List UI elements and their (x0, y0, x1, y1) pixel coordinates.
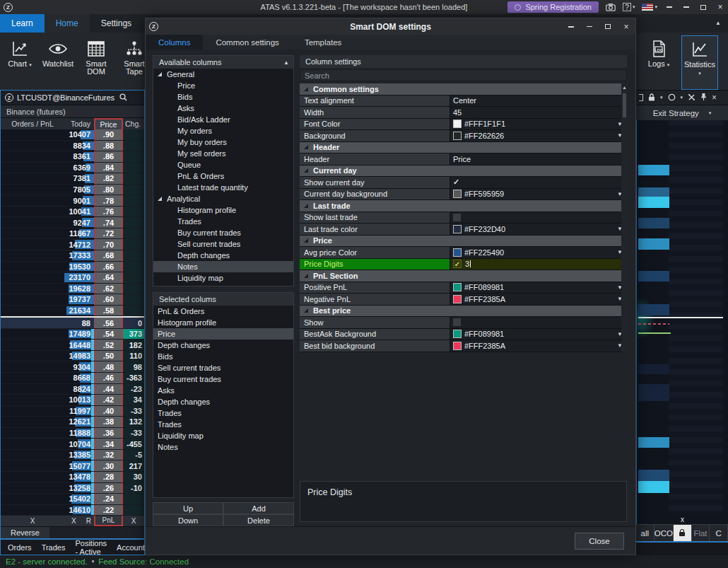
orders-cell[interactable] (1, 306, 64, 316)
today-cell[interactable]: 11997 (64, 406, 94, 417)
orders-cell[interactable] (1, 439, 64, 449)
price-cell[interactable]: .62 (94, 284, 123, 294)
setting-value[interactable]: ✓ ✓ #FF089981 ▼ ▲▼ (450, 329, 627, 340)
today-cell[interactable]: 17489 (64, 329, 94, 340)
chg-cell[interactable] (123, 207, 144, 217)
chg-cell[interactable] (123, 272, 144, 283)
bottom-tab[interactable]: Orders (4, 543, 36, 552)
chevron-down-icon[interactable]: ▾ (92, 559, 95, 564)
dom-row[interactable]: 8824 .44 -23 (1, 384, 144, 395)
dialog-maximize-button[interactable] (603, 22, 613, 32)
dom-row[interactable]: 15077 .30 217 (1, 460, 144, 472)
selected-column-item[interactable]: Histogram profile (153, 317, 293, 328)
expander-icon[interactable] (304, 308, 308, 313)
checkbox-unchecked-icon[interactable] (453, 214, 461, 221)
orders-cell[interactable] (1, 318, 64, 328)
close-panel-icon[interactable]: × (712, 93, 717, 103)
today-cell[interactable]: 11867 (64, 228, 94, 239)
footer-orders-x[interactable]: X (1, 516, 64, 526)
orders-cell[interactable] (1, 417, 64, 427)
available-column-item[interactable]: Bids (153, 91, 293, 103)
selected-column-item[interactable]: Buy current trades (153, 373, 293, 385)
chg-cell[interactable]: -33 (123, 428, 144, 439)
price-cell[interactable]: .54 (94, 329, 123, 340)
chg-cell[interactable]: -23 (123, 384, 144, 395)
selected-column-item[interactable]: Liquidity map (153, 430, 293, 441)
order-button[interactable] (674, 525, 692, 541)
orders-cell[interactable] (1, 262, 64, 272)
chg-cell[interactable]: 30 (123, 472, 144, 482)
add-button[interactable]: Add (223, 502, 294, 514)
orders-cell[interactable] (1, 340, 64, 350)
price-cell[interactable]: .26 (94, 483, 123, 494)
close-button[interactable]: × (715, 2, 725, 12)
setting-row[interactable]: Avg price Color ✓ ✓ #FF225490 ▼ ▲▼ (300, 247, 627, 259)
chg-cell[interactable] (123, 173, 144, 184)
expander-icon[interactable] (158, 72, 162, 76)
today-cell[interactable]: 11888 (64, 428, 94, 439)
up-button[interactable]: Up (153, 502, 223, 514)
close-button[interactable]: Close (575, 533, 624, 550)
today-cell[interactable]: 14712 (64, 239, 94, 250)
bottom-tab[interactable]: Positions - Active (71, 539, 111, 556)
dom-row[interactable]: 19530 .66 (1, 262, 144, 273)
setting-row[interactable]: Negative PnL ✓ ✓ #FFF2385A ▼ ▲▼ (300, 294, 627, 306)
price-cell[interactable]: .80 (94, 185, 123, 195)
setting-value[interactable]: ✓ ✓ #FF225490 ▼ ▲▼ (450, 247, 627, 258)
price-cell[interactable]: .70 (94, 239, 123, 250)
price-cell[interactable]: .24 (94, 494, 123, 504)
dialog-pin-button[interactable] (566, 22, 576, 32)
footer-today-x[interactable]: X (71, 517, 76, 525)
orders-cell[interactable] (1, 151, 64, 162)
bottom-tab[interactable]: Trades (37, 543, 70, 552)
today-cell[interactable]: 19628 (64, 284, 94, 294)
dom-row[interactable]: 8668 .46 -363 (1, 373, 144, 384)
orders-cell[interactable] (1, 428, 64, 439)
price-cell[interactable]: .68 (94, 250, 123, 261)
price-cell[interactable]: .74 (94, 217, 123, 228)
dom-row[interactable]: 14610 .22 (1, 505, 144, 516)
available-column-item[interactable]: Analytical (153, 193, 293, 204)
scroll-thumb[interactable] (623, 93, 626, 117)
selected-column-item[interactable]: Price (153, 328, 293, 340)
available-column-item[interactable]: General (153, 69, 293, 80)
dom-row[interactable]: 7381 .82 (1, 173, 144, 185)
language-flag-button[interactable]: ▾ (642, 4, 657, 11)
settings-scrollbar[interactable]: ▲ (621, 83, 628, 352)
dom-row[interactable]: 13385 .32 -5 (1, 450, 144, 461)
chg-cell[interactable] (123, 239, 144, 250)
price-cell[interactable]: .42 (94, 395, 123, 405)
setting-row[interactable]: Best bid background ✓ ✓ #FFF2385A ▼ ▲▼ (300, 340, 627, 352)
ribbon-tab[interactable]: Settings (90, 14, 143, 33)
today-cell[interactable]: 14983 (64, 351, 94, 361)
orders-cell[interactable] (1, 195, 64, 206)
setting-row[interactable]: Header ✓ ✓ Price ▼ ▲▼ (300, 153, 627, 166)
setting-value[interactable]: ✓ ✓ #FFF2385A ▼ ▲▼ (450, 340, 627, 352)
setting-row[interactable]: PnL Section ✓ ✓ ▼ ▲▼ (300, 270, 627, 282)
price-cell[interactable]: .76 (94, 207, 123, 217)
setting-value[interactable]: ✓ ✓ ▼ ▲▼ (450, 177, 627, 188)
chart-button[interactable]: Chart ▾ (1, 35, 38, 90)
dom-row[interactable]: 11997 .40 -33 (1, 406, 144, 417)
chg-cell[interactable]: 0 (123, 318, 144, 328)
setting-row[interactable]: Last trade color ✓ ✓ #FF232D40 ▼ ▲▼ (300, 224, 627, 236)
expander-icon[interactable] (304, 238, 308, 243)
footer-price-pnl[interactable]: PnL (94, 516, 123, 526)
checkbox-checked-icon[interactable]: ✓ (453, 178, 459, 187)
setting-value[interactable]: ✓ ✓ #FF595959 ▼ ▲▼ (450, 189, 627, 200)
selected-column-item[interactable]: Trades (153, 407, 293, 419)
delete-button[interactable]: Delete (223, 514, 294, 526)
available-column-item[interactable]: Sell current trades (153, 238, 293, 250)
maximize-button[interactable] (698, 2, 708, 12)
chg-cell[interactable]: 217 (123, 460, 144, 471)
chg-cell[interactable]: 182 (123, 340, 144, 350)
col-header-orders[interactable]: Orders / PnL (1, 118, 64, 129)
today-cell[interactable]: 15402 (64, 494, 94, 504)
orders-cell[interactable] (1, 329, 64, 340)
setting-row[interactable]: BestAsk Background ✓ ✓ #FF089981 ▼ ▲▼ (300, 329, 627, 341)
search-icon[interactable] (119, 93, 127, 103)
watchlist-button[interactable]: Watchlist (40, 35, 76, 90)
setting-row[interactable]: Show current day ✓ ✓ ▼ ▲▼ (300, 177, 627, 189)
chg-cell[interactable] (123, 185, 144, 195)
dom-row[interactable]: 10704 .34 -455 (1, 439, 144, 450)
